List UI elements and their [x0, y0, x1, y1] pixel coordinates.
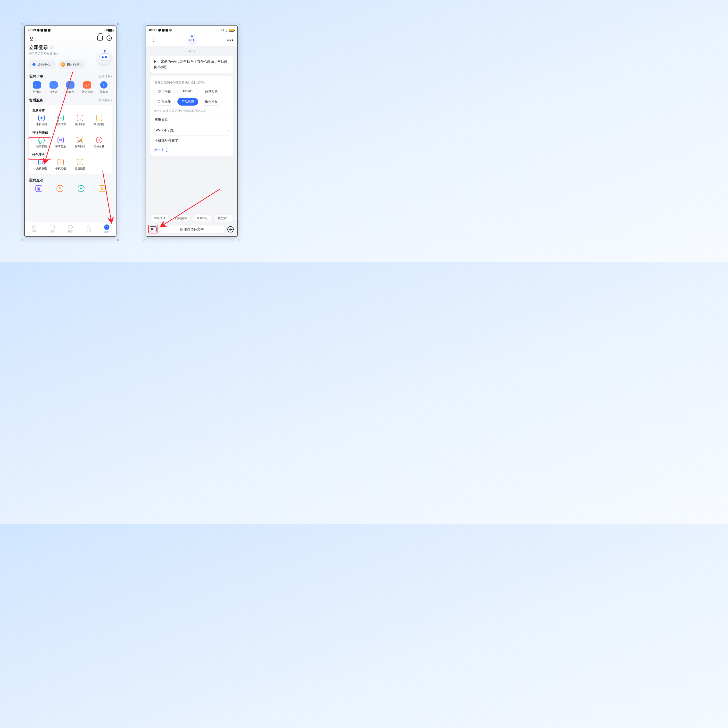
chat-icon: [68, 225, 73, 229]
phone-profile-screen: 09:09 立即登录 › 登录享受更多会员权益: [24, 26, 116, 237]
faq-lead: 看看全能的小V都能解决什么问题吧~: [154, 80, 229, 85]
battery-icon: [107, 29, 113, 32]
bag-icon: [50, 225, 55, 229]
service-group1-title: 自助排查: [32, 109, 109, 113]
wifi-icon: [225, 29, 228, 32]
member-center-button[interactable]: 会员中心›: [29, 60, 55, 69]
status-time: 09:09: [28, 28, 36, 32]
svc-faq[interactable]: ?常见问题: [90, 115, 109, 126]
diamond-icon: [32, 63, 36, 67]
refresh-icon: [165, 148, 168, 151]
quick-chip[interactable]: 购机指南: [171, 215, 191, 222]
status-icon: [158, 29, 161, 32]
quick-chip[interactable]: 以: [236, 215, 237, 222]
diamond-icon: [86, 225, 91, 229]
chat-avatar[interactable]: [187, 36, 196, 44]
faq-hint: 您可以直接输入关键词或像这样问小V哦: [154, 109, 229, 113]
svc-find-phone[interactable]: Q查找手机: [70, 115, 90, 126]
back-button[interactable]: 〈: [150, 37, 154, 44]
status-icon: [48, 29, 50, 32]
svc-online-support[interactable]: 在线客服: [32, 137, 51, 148]
order-pending-ship[interactable]: ▭待收货: [49, 81, 58, 94]
faq-card: 看看全能的小V都能解决什么问题吧~ 热门问题 OriginOS 商城相关 功能操…: [150, 76, 233, 156]
svc-after-sale[interactable]: 🛠申请售后: [51, 137, 70, 148]
faq-question[interactable]: 充电异常›: [154, 115, 229, 125]
tab-mine[interactable]: 我的: [98, 222, 116, 236]
status-icon: [162, 29, 165, 32]
service-group3-title: 特色服务: [32, 153, 109, 157]
chevron-right-icon: ›: [50, 45, 54, 50]
chat-nav-bar: 〈 •••: [146, 34, 237, 46]
tab-shop[interactable]: 选购: [43, 222, 61, 236]
points-mall-button[interactable]: 积分商城›: [58, 60, 85, 69]
heart-icon: [31, 224, 37, 230]
service-card: 自助排查 ✚手机检测 ⌂空间清理 Q查找手机 ?常见问题 咨询与维修 在线客服 …: [29, 105, 112, 174]
headset-icon: [38, 137, 44, 143]
faq-tag[interactable]: 帐号相关: [201, 98, 222, 106]
sim-icon: [105, 29, 107, 31]
phone-chat-screen: 09:12 〈 ••• 09:11 Hi，亲爱的V粉，新年快乐！有什么问题，不妨…: [145, 26, 238, 237]
svc-clean-space[interactable]: ⌂空间清理: [51, 115, 70, 126]
order-pending-review[interactable]: ⋯待评价: [66, 81, 75, 94]
sim-icon: [222, 29, 223, 31]
faq-tag[interactable]: 功能操作: [154, 98, 175, 106]
interact-icon[interactable]: ♛: [99, 185, 106, 192]
status-time: 09:12: [149, 28, 157, 32]
avatar-bot[interactable]: [97, 49, 112, 64]
status-bar: 09:12: [146, 26, 237, 34]
svc-repair-price[interactable]: ¥维修价格: [90, 137, 109, 148]
settings-hex-icon[interactable]: [29, 35, 34, 41]
voice-input-button[interactable]: 按住说话转文字: [159, 225, 225, 234]
service-title: 售后服务: [29, 98, 43, 102]
messages-icon[interactable]: [107, 35, 112, 41]
plus-icon[interactable]: [227, 226, 234, 232]
status-icon: [37, 29, 40, 32]
tab-featured[interactable]: 精选: [25, 222, 43, 236]
faq-tag[interactable]: 热门问题: [154, 87, 175, 95]
faq-question[interactable]: 手机或配件坏了›: [154, 135, 229, 146]
cart-icon[interactable]: [97, 36, 102, 41]
svc-service-site[interactable]: 🚚服务网点: [70, 137, 90, 148]
faq-tag-row: 热门问题 OriginOS 商城相关 功能操作 产品故障 帐号相关: [154, 87, 229, 106]
chat-timestamp: 09:11: [150, 50, 233, 53]
orders-more[interactable]: 全部订单 ›: [98, 75, 112, 79]
tab-member[interactable]: 会员: [80, 222, 98, 236]
status-icon: [165, 29, 168, 32]
svc-free-film[interactable]: ▢免费贴膜: [32, 159, 51, 170]
login-button[interactable]: 立即登录 ›: [29, 44, 112, 51]
faq-tag-selected[interactable]: 产品故障: [177, 98, 198, 106]
faq-refresh[interactable]: 换一批: [154, 148, 229, 152]
svc-free-data[interactable]: ▥免流服务: [70, 159, 90, 170]
order-pending-pay[interactable]: ▭待付款: [33, 81, 41, 94]
status-bar: 09:09: [25, 26, 116, 34]
faq-tag[interactable]: 商城相关: [201, 87, 222, 95]
faq-tag[interactable]: OriginOS: [177, 87, 199, 95]
chat-input-bar: 按住说话转文字: [146, 223, 237, 236]
quick-chip[interactable]: 商城活动: [150, 215, 169, 222]
service-more[interactable]: 全部服务 ›: [98, 98, 112, 102]
quick-suggestion-row: 商城活动 购机指南 领券中心 机型对比 以: [146, 215, 237, 222]
chat-greeting-bubble: Hi，亲爱的V粉，新年快乐！有什么问题，不妨问问小V吧~: [150, 56, 233, 73]
faq-question[interactable]: SIM卡不识别›: [154, 125, 229, 135]
status-icon: [41, 29, 43, 32]
svc-phone-check[interactable]: ✚手机检测: [32, 115, 51, 126]
interact-title: 我的互动: [29, 178, 43, 183]
more-button[interactable]: •••: [227, 37, 234, 43]
orders-grid: ▭待付款 ▭待收货 ⋯待评价 ⇄退货/退款 ↻回收单: [29, 81, 112, 94]
keyboard-icon[interactable]: [150, 226, 156, 232]
interact-icon[interactable]: ▣: [35, 185, 42, 192]
order-recycle[interactable]: ↻回收单: [100, 81, 108, 94]
service-group2-title: 咨询与维修: [32, 130, 109, 135]
tab-community[interactable]: 社区: [61, 222, 80, 236]
order-refund[interactable]: ⇄退货/退款: [81, 81, 93, 94]
star-icon: [61, 63, 65, 67]
profile-header: 立即登录 › 登录享受更多会员权益 会员中心› 积分商城›: [25, 34, 116, 72]
interact-grid: ▣ ✎ ✦ ♛: [29, 185, 112, 192]
bottom-tab-bar: 精选 选购 社区 会员 我的: [25, 222, 116, 236]
svc-topup[interactable]: ¥手机充值: [51, 159, 70, 170]
quick-chip[interactable]: 机型对比: [214, 215, 233, 222]
quick-chip[interactable]: 领券中心: [193, 215, 212, 222]
login-title-text: 立即登录: [29, 44, 48, 51]
interact-icon[interactable]: ✦: [78, 185, 84, 192]
interact-icon[interactable]: ✎: [57, 185, 63, 192]
